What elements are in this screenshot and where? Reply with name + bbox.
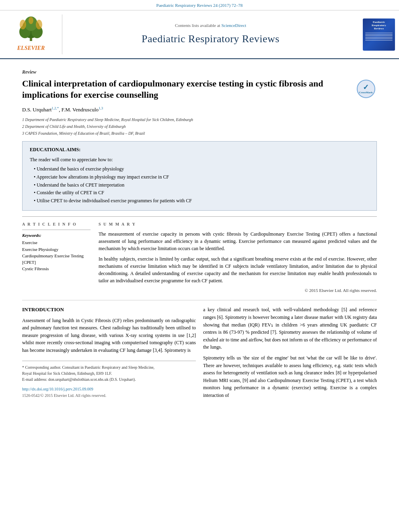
keyword-4: Cystic Fibrosis [22, 266, 90, 272]
journal-cover-logo: PaediatricRespiratoryReviews [359, 14, 399, 54]
footnote-line-1: * Corresponding author. Consultant in Pa… [22, 364, 196, 370]
educational-aims-box: EDUCATIONAL AIMS: The reader will come t… [22, 141, 377, 211]
journal-header: ELSEVIER Contents lists available at Sci… [0, 10, 399, 59]
article-type-label: Review [22, 69, 377, 76]
elsevier-tree-icon [13, 16, 49, 43]
edu-aim-2: Appreciate how alterations in physiology… [34, 174, 369, 181]
authors-line: D.S. Urquhart1,2,*, F.M. Vendrusculo1,3 [22, 106, 377, 114]
svg-point-5 [20, 20, 26, 29]
top-bar: Paediatric Respiratory Reviews 24 (2017)… [0, 0, 399, 10]
issn-line: 1526-0542/© 2015 Elsevier Ltd. All right… [22, 393, 196, 398]
keyword-3: Cardiopulmonary Exercise Testing [CPET] [22, 253, 90, 265]
body-right-column: a key clinical and research tool, with w… [203, 306, 377, 402]
edu-aim-5: Utilise CPET to devise individualised ex… [34, 197, 369, 204]
affiliation-1: 1 Department of Paediatric Respiratory a… [22, 117, 377, 123]
keywords-label: Keywords: [22, 232, 90, 238]
main-content: Review Clinical interpretation of cardio… [0, 59, 399, 407]
copyright-line: © 2015 Elsevier Ltd. All rights reserved… [99, 288, 377, 294]
footnote-section: * Corresponding author. Consultant in Pa… [22, 361, 196, 382]
footnote-line-2: Royal Hospital for Sick Children, Edinbu… [22, 370, 196, 376]
sciencedirect-link[interactable]: ScienceDirect [221, 23, 246, 28]
contents-available-line: Contents lists available at ScienceDirec… [175, 23, 246, 29]
affiliation-2: 2 Department of Child Life and Health, U… [22, 123, 377, 129]
summary-para-2: In healthy subjects, exercise is limited… [99, 255, 377, 284]
footnote-line-3: E-mail address: don.urquhart@nhslothian.… [22, 376, 196, 382]
crossmark-badge[interactable]: ✓ CrossMark [355, 78, 377, 100]
elsevier-wordmark: ELSEVIER [17, 44, 45, 52]
doi-section: http://dx.doi.org/10.1016/j.prrv.2015.09… [22, 386, 196, 392]
article-info-panel: A R T I C L E I N F O Keywords: Exercise… [22, 222, 90, 294]
article-info-summary: A R T I C L E I N F O Keywords: Exercise… [22, 216, 377, 294]
keyword-1: Exercise [22, 240, 90, 246]
intro-para-2: a key clinical and research tool, with w… [203, 306, 377, 351]
summary-panel: S U M M A R Y The measurement of exercis… [99, 222, 377, 294]
elsevier-logo: ELSEVIER [0, 14, 62, 54]
svg-point-6 [36, 20, 42, 29]
journal-header-center: Contents lists available at ScienceDirec… [62, 14, 359, 54]
educational-aims-list: Understand the basics of exercise physio… [30, 166, 369, 204]
article-title: Clinical interpretation of cardiopulmona… [22, 78, 377, 101]
journal-logo-box: PaediatricRespiratoryReviews [363, 18, 395, 51]
doi-link[interactable]: http://dx.doi.org/10.1016/j.prrv.2015.09… [22, 387, 93, 391]
journal-citation: Paediatric Respiratory Reviews 24 (2017)… [156, 3, 243, 8]
summary-para-1: The measurement of exercise capacity in … [99, 230, 377, 252]
affiliations: 1 Department of Paediatric Respiratory a… [22, 117, 377, 136]
summary-label: S U M M A R Y [99, 222, 377, 227]
body-section: INTRODUCTION Assessment of lung health i… [22, 300, 377, 402]
body-left-column: INTRODUCTION Assessment of lung health i… [22, 306, 196, 402]
edu-aim-4: Consider the utility of CPET in CF [34, 189, 369, 196]
keyword-2: Exercise Physiology [22, 246, 90, 253]
journal-title: Paediatric Respiratory Reviews [142, 32, 280, 46]
edu-aim-1: Understand the basics of exercise physio… [34, 166, 369, 173]
educational-aims-intro: The reader will come to appreciate how t… [30, 156, 369, 163]
educational-aims-title: EDUCATIONAL AIMS: [30, 146, 369, 153]
intro-para-3: Spirometry tells us 'the size of the eng… [203, 354, 377, 399]
article-info-label: A R T I C L E I N F O [22, 222, 90, 227]
intro-para-1: Assessment of lung health in Cystic Fibr… [22, 317, 196, 354]
affiliation-3: 3 CAPES Foundation, Ministry of Educatio… [22, 130, 377, 136]
edu-aim-3: Understand the basics of CPET interpreta… [34, 182, 369, 189]
introduction-heading: INTRODUCTION [22, 306, 196, 313]
svg-point-7 [29, 17, 33, 24]
